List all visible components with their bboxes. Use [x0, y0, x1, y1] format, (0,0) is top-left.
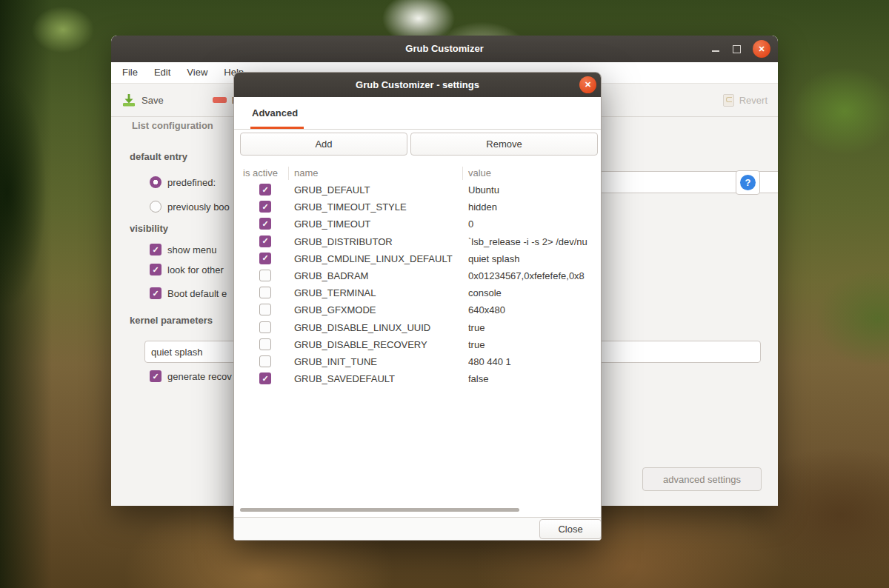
row-value: `lsb_release -i -s 2> /dev/nu — [468, 233, 599, 250]
main-titlebar[interactable]: Grub Customizer — [111, 36, 778, 62]
checkbox-checked-icon[interactable] — [150, 244, 162, 255]
row-active-checkbox[interactable] — [259, 270, 271, 281]
checkbox-row-look-for-other[interactable]: look for other — [150, 264, 224, 275]
radio-selected-icon[interactable] — [150, 176, 162, 188]
row-active-checkbox[interactable] — [259, 253, 271, 264]
menu-file[interactable]: File — [114, 62, 146, 83]
dialog-tabbar: Advanced — [234, 97, 601, 130]
table-row[interactable]: GRUB_DISABLE_LINUX_UUID true — [234, 319, 601, 336]
row-value: 0 — [468, 216, 599, 233]
radio-row-previously-booted[interactable]: previously boo — [150, 201, 230, 213]
kernel-parameters-section-label: kernel parameters — [130, 315, 213, 326]
row-active-checkbox[interactable] — [259, 321, 271, 333]
save-icon — [121, 93, 136, 107]
table-row[interactable]: GRUB_INIT_TUNE 480 440 1 — [234, 353, 601, 370]
column-divider — [288, 167, 289, 180]
advanced-settings-button[interactable]: advanced settings — [642, 467, 762, 491]
generate-recovery-label: generate recov — [167, 371, 232, 382]
row-active-checkbox[interactable] — [259, 304, 271, 315]
settings-dialog: Grub Customizer - settings Advanced Add … — [233, 72, 602, 541]
row-active-checkbox[interactable] — [259, 184, 271, 196]
dialog-titlebar[interactable]: Grub Customizer - settings — [234, 73, 601, 97]
menu-edit[interactable]: Edit — [146, 62, 179, 83]
table-row[interactable]: GRUB_SAVEDEFAULT false — [234, 370, 601, 387]
table-row[interactable]: GRUB_GFXMODE 640x480 — [234, 301, 601, 318]
tab-active-indicator — [250, 127, 304, 129]
settings-rows: GRUB_DEFAULT Ubuntu GRUB_TIMEOUT_STYLE h… — [234, 181, 601, 387]
table-row[interactable]: GRUB_DEFAULT Ubuntu — [234, 181, 601, 198]
table-row[interactable]: GRUB_DISABLE_RECOVERY true — [234, 336, 601, 353]
table-row[interactable]: GRUB_DISTRIBUTOR `lsb_release -i -s 2> /… — [234, 233, 601, 250]
minimize-button[interactable] — [711, 44, 720, 53]
column-divider — [462, 167, 463, 180]
row-name: GRUB_GFXMODE — [294, 301, 376, 318]
row-active-checkbox[interactable] — [259, 338, 271, 350]
checkbox-row-boot-default[interactable]: Boot default e — [150, 287, 227, 299]
remove-button-label: Remove — [486, 138, 522, 150]
row-name: GRUB_DEFAULT — [294, 181, 370, 198]
row-value: true — [468, 319, 599, 336]
row-name: GRUB_DISABLE_RECOVERY — [294, 336, 427, 353]
row-active-checkbox[interactable] — [259, 372, 271, 384]
horizontal-scrollbar[interactable] — [240, 508, 519, 512]
column-header-value[interactable]: value — [468, 165, 491, 181]
row-active-checkbox[interactable] — [259, 235, 271, 247]
advanced-settings-label: advanced settings — [663, 474, 741, 485]
show-menu-label: show menu — [167, 244, 216, 255]
table-row[interactable]: GRUB_TIMEOUT_STYLE hidden — [234, 198, 601, 216]
checkbox-checked-icon[interactable] — [150, 264, 162, 275]
save-button[interactable]: Save — [121, 93, 164, 107]
tab-advanced[interactable]: Advanced — [252, 97, 298, 129]
checkbox-checked-icon[interactable] — [150, 287, 162, 299]
close-button-label: Close — [558, 524, 582, 535]
add-button[interactable]: Add — [240, 133, 407, 156]
row-active-checkbox[interactable] — [259, 218, 271, 230]
radio-row-predefined[interactable]: predefined: — [150, 176, 216, 188]
checkbox-checked-icon[interactable] — [150, 370, 162, 382]
maximize-button[interactable] — [732, 44, 741, 53]
dialog-close-button[interactable] — [579, 76, 596, 93]
list-configuration-label: List configuration — [132, 120, 213, 131]
row-name: GRUB_SAVEDEFAULT — [294, 370, 395, 387]
row-value: false — [468, 370, 599, 387]
row-active-checkbox[interactable] — [259, 287, 271, 298]
row-active-checkbox[interactable] — [259, 355, 271, 367]
dialog-footer: Close — [234, 517, 601, 540]
row-name: GRUB_TIMEOUT_STYLE — [294, 198, 407, 216]
question-icon: ? — [740, 175, 756, 190]
close-button[interactable] — [753, 40, 770, 58]
table-row[interactable]: GRUB_TIMEOUT 0 — [234, 216, 601, 233]
remove-entry-button[interactable]: Remove — [410, 133, 598, 156]
revert-icon — [723, 94, 734, 107]
row-name: GRUB_TIMEOUT — [294, 216, 370, 233]
table-row[interactable]: GRUB_TERMINAL console — [234, 284, 601, 301]
row-name: GRUB_DISABLE_LINUX_UUID — [294, 319, 430, 336]
row-active-checkbox[interactable] — [259, 201, 271, 213]
row-value: hidden — [468, 198, 599, 216]
desktop-background: Grub Customizer File Edit View Help Save — [0, 0, 889, 588]
menu-view[interactable]: View — [179, 62, 216, 83]
row-name: GRUB_CMDLINE_LINUX_DEFAULT — [294, 250, 453, 267]
visibility-section-label: visibility — [130, 223, 168, 234]
column-header-is-active[interactable]: is active — [243, 165, 278, 181]
row-name: GRUB_INIT_TUNE — [294, 353, 377, 370]
row-name: GRUB_DISTRIBUTOR — [294, 233, 393, 250]
column-header-name[interactable]: name — [294, 165, 319, 181]
window-controls — [711, 36, 770, 62]
row-value: 480 440 1 — [468, 353, 599, 370]
previously-booted-label: previously boo — [167, 201, 230, 213]
checkbox-row-show-menu[interactable]: show menu — [150, 244, 216, 255]
default-entry-section-label: default entry — [130, 151, 187, 162]
row-value: quiet splash — [468, 250, 599, 267]
table-row[interactable]: GRUB_CMDLINE_LINUX_DEFAULT quiet splash — [234, 250, 601, 267]
main-window-title: Grub Customizer — [111, 36, 778, 62]
revert-button[interactable]: Revert — [723, 94, 768, 107]
help-button[interactable]: ? — [736, 170, 760, 195]
dialog-title: Grub Customizer - settings — [234, 73, 601, 97]
row-name: GRUB_TERMINAL — [294, 284, 376, 301]
checkbox-row-generate-recovery[interactable]: generate recov — [150, 370, 232, 382]
radio-unselected-icon[interactable] — [150, 201, 162, 213]
table-row[interactable]: GRUB_BADRAM 0x01234567,0xfefefefe,0x8 — [234, 267, 601, 284]
save-button-label: Save — [141, 95, 164, 106]
dialog-close-action-button[interactable]: Close — [539, 519, 602, 539]
